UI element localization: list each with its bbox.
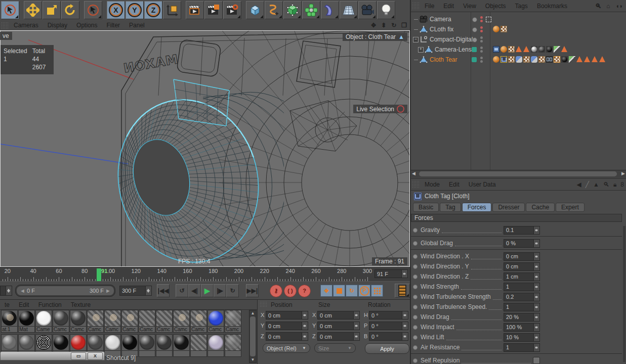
render-view-button[interactable] <box>186 1 204 19</box>
material-item[interactable]: at.1 <box>1 310 18 333</box>
layer-chip[interactable] <box>472 47 477 52</box>
object-row-camera[interactable]: Camera <box>411 14 626 24</box>
python-tag-icon[interactable] <box>516 55 523 65</box>
render-visibility-dot[interactable] <box>480 40 483 42</box>
constraint-tag-icon[interactable] <box>546 55 553 65</box>
material-item[interactable] <box>104 334 121 357</box>
add-environment-button[interactable] <box>340 1 358 19</box>
keyframe-dot[interactable] <box>413 264 418 269</box>
position-x-field[interactable]: 0 cm <box>266 311 308 320</box>
view-pan-icon[interactable]: ✥ <box>371 22 376 29</box>
render-settings-button[interactable] <box>223 1 241 19</box>
position-y-field[interactable]: 0 cm <box>266 322 308 330</box>
render-visibility-dot[interactable] <box>480 50 483 53</box>
previous-frame-button[interactable]: ◀| <box>188 284 201 297</box>
add-cube-button[interactable] <box>246 1 264 19</box>
material-item[interactable] <box>225 334 241 357</box>
history-back-icon[interactable]: ◀ <box>577 181 581 188</box>
material-item[interactable]: Camc <box>190 310 207 333</box>
visibility-dot[interactable] <box>472 37 477 42</box>
scale-button[interactable] <box>43 1 61 19</box>
tab-tag[interactable]: Tag <box>440 203 461 212</box>
material-item[interactable]: Camc <box>104 310 121 333</box>
add-camera-button[interactable] <box>358 1 377 19</box>
rotation-h-field[interactable]: 0 ° <box>369 311 408 320</box>
move-button[interactable] <box>24 1 42 19</box>
tab-basic[interactable]: Basic <box>413 203 439 212</box>
material-item[interactable]: Camc <box>225 310 241 333</box>
lock-x-button[interactable]: X <box>107 1 125 19</box>
keyframe-dot[interactable] <box>413 241 418 246</box>
material-menu-te[interactable]: te <box>0 301 14 308</box>
display-tag-icon[interactable] <box>493 44 500 55</box>
material-item[interactable] <box>121 334 138 357</box>
position-z-field[interactable]: 0 cm <box>266 332 308 341</box>
preview-range-slider[interactable]: ◄ 0 F 300 F ► <box>15 285 115 297</box>
rotate-button[interactable] <box>61 1 79 19</box>
expander-minus-icon[interactable]: − <box>413 37 419 42</box>
coordinate-system-button[interactable] <box>163 1 181 19</box>
expander-plus-icon[interactable]: + <box>418 47 424 53</box>
keyframe-selection-button[interactable]: ? <box>298 285 311 297</box>
material-item[interactable] <box>173 334 190 357</box>
forces-section-header[interactable]: Forces <box>411 214 622 222</box>
attribute-scrollbar[interactable] <box>623 226 625 362</box>
material-item[interactable]: Camc <box>156 310 173 333</box>
size-y-field[interactable]: 0 cm <box>317 322 360 330</box>
selection-button[interactable] <box>84 1 102 19</box>
material-item[interactable]: Camc <box>70 310 87 333</box>
polygon-selection-tag-icon[interactable] <box>584 55 591 65</box>
render-visibility-dot[interactable] <box>480 30 483 32</box>
record-scale-toggle[interactable] <box>333 285 345 297</box>
view-maximize-icon[interactable]: ❐ <box>401 22 407 29</box>
lock-icon[interactable]: 🔒︎ <box>613 181 616 188</box>
editor-visibility-dot[interactable] <box>480 16 483 19</box>
layer-chip[interactable] <box>472 57 477 62</box>
end-frame-field[interactable]: 300 F <box>119 286 152 296</box>
material-menu-function[interactable]: Function <box>34 301 66 308</box>
scroll-down-icon[interactable]: ▼ <box>249 357 256 362</box>
keyframe-dot[interactable] <box>413 315 418 320</box>
goto-end-button[interactable]: ▶▶| <box>246 284 259 297</box>
search-icon[interactable]: 🔍︎ <box>603 181 609 188</box>
add-light-button[interactable] <box>377 1 395 19</box>
object-name[interactable]: Camera <box>430 16 451 23</box>
object-name[interactable]: Compact-Digital <box>430 36 473 43</box>
object-manager-menu-file[interactable]: File <box>420 3 439 10</box>
autokey-button[interactable]: ( ) <box>284 285 297 297</box>
phong-tag-icon[interactable] <box>493 24 500 34</box>
play-button[interactable]: ▶ <box>201 284 214 297</box>
scroll-right-icon[interactable]: ▶ <box>621 171 625 176</box>
rotation-p-field[interactable]: 0 ° <box>369 322 408 330</box>
attribute-menu-mode[interactable]: Mode <box>420 181 444 188</box>
phong-tag-icon[interactable] <box>493 55 500 65</box>
python-tag-icon[interactable] <box>531 55 538 65</box>
wind-turbulence-strength-field[interactable]: 0.2 <box>504 293 540 301</box>
previous-key-button[interactable]: ↺ <box>176 284 188 297</box>
size-mode-dropdown[interactable]: Size▼ <box>314 343 356 353</box>
object-manager-menu-tags[interactable]: Tags <box>511 3 532 10</box>
editor-visibility-dot[interactable] <box>480 26 483 29</box>
material-item[interactable]: Camc <box>139 310 155 333</box>
home-icon[interactable]: ⌂ <box>606 3 610 10</box>
record-keyframe-button[interactable]: ⚷ <box>270 285 282 297</box>
tab-cache[interactable]: Cache <box>526 203 555 212</box>
tab-forces[interactable]: Forces <box>462 203 492 212</box>
material-item[interactable]: Camc <box>121 310 138 333</box>
attribute-menu-edit[interactable]: Edit <box>444 181 464 188</box>
add-array-button[interactable] <box>302 1 320 19</box>
solo-button[interactable] <box>395 284 410 298</box>
material-item[interactable] <box>207 334 224 357</box>
wind-direction-x-field[interactable]: 0 cm <box>504 252 540 261</box>
drag-grip[interactable] <box>412 180 419 188</box>
object-manager-menu-edit[interactable]: Edit <box>439 3 458 10</box>
render-visibility-dot[interactable] <box>480 60 483 63</box>
uvw-tag-icon[interactable] <box>538 55 546 65</box>
compositing-tag-icon[interactable] <box>554 44 561 55</box>
object-manager-hscrollbar[interactable]: ◀ ▶ <box>411 170 626 177</box>
object-name[interactable]: CLoth fix <box>430 26 453 33</box>
tab-expert[interactable]: Expert <box>556 203 585 212</box>
phong-tag-icon[interactable] <box>500 44 508 55</box>
material-tag-icon[interactable] <box>546 44 553 55</box>
object-row-compact-digital[interactable]: −Compact-Digital <box>411 34 626 44</box>
